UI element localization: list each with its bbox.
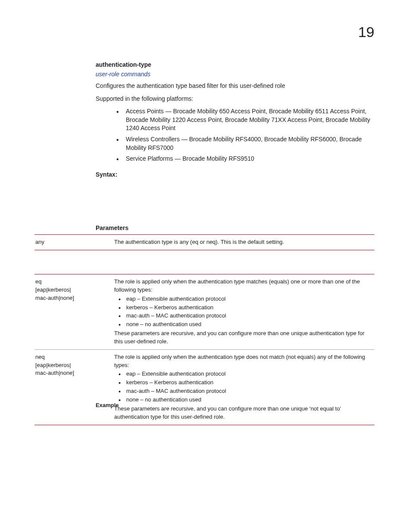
table-row: eq [eap|kerberos| mac-auth|none] The rol… [34,274,374,349]
list-item: eap – Extensible authentication protocol [126,370,374,378]
list-item: Access Points — Brocade Mobility 650 Acc… [126,107,374,133]
param-name-line: mac-auth|none] [35,369,111,377]
list-item: Service Platforms — Brocade Mobility RFS… [126,155,374,163]
page: 19 authentication-type user-role command… [0,0,411,532]
table-row: any The authentication type is any (eq o… [34,235,374,250]
example-heading: Example [96,402,118,408]
platform-list: Access Points — Brocade Mobility 650 Acc… [96,107,374,163]
param-name-line: eq [35,278,111,286]
param-name: eq [eap|kerberos| mac-auth|none] [35,278,114,346]
table-bottom-rule [34,425,374,425]
syntax-placeholder [96,178,374,217]
supported-intro: Supported in the following platforms: [96,95,374,103]
param-desc: The role is applied only when the authen… [114,353,374,421]
list-item: none – no authentication used [126,396,374,404]
param-name: any [35,238,114,246]
list-item: Wireless Controllers — Brocade Mobility … [126,135,374,152]
list-item: kerberos – Kerberos authentication [126,379,374,387]
syntax-heading: Syntax: [96,171,374,178]
param-name-line: [eap|kerberos| [35,286,111,294]
param-name-line: mac-auth|none] [35,294,111,302]
list-item: eap – Extensible authentication protocol [126,295,374,303]
content-block: authentication-type user-role commands C… [96,61,374,231]
param-desc-outro: These parameters are recursive, and you … [114,330,374,346]
list-item: none – no authentication used [126,320,374,329]
param-name-line: neq [35,353,111,361]
section-description: Configures the authentication type based… [96,82,374,90]
section-title: authentication-type [96,61,374,68]
parameters-table-any: any The authentication type is any (eq o… [34,234,374,250]
list-item: kerberos – Kerberos authentication [126,304,374,312]
breadcrumb-link[interactable]: user-role commands [96,71,374,78]
table-row: neq [eap|kerberos| mac-auth|none] The ro… [34,350,374,425]
param-name-line: [eap|kerberos| [35,361,111,370]
param-desc-list: eap – Extensible authentication protocol… [114,370,374,404]
parameters-heading: Parameters [96,224,374,231]
param-desc-intro: The role is applied only when the authen… [114,278,374,294]
list-item: mac-auth – MAC authentication protocol [126,312,374,320]
parameters-table-eq-neq: eq [eap|kerberos| mac-auth|none] The rol… [34,274,374,425]
param-desc: The role is applied only when the authen… [114,278,374,346]
table-bottom-rule [34,250,374,250]
chapter-number: 19 [358,24,374,40]
param-desc-intro: The role is applied only when the authen… [114,353,374,370]
param-desc-list: eap – Extensible authentication protocol… [114,295,374,329]
list-item: mac-auth – MAC authentication protocol [126,387,374,395]
param-desc: The authentication type is any (eq or ne… [114,238,374,246]
param-name: neq [eap|kerberos| mac-auth|none] [35,353,114,421]
param-desc-outro: These parameters are recursive, and you … [114,405,374,421]
